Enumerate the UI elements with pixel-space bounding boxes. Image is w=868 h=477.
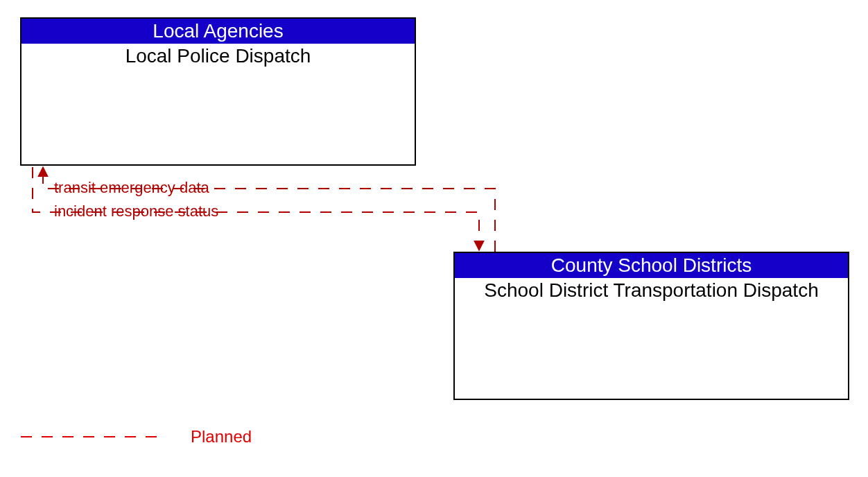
entity-county-school-districts-body: School District Transportation Dispatch [455,278,848,303]
entity-local-agencies-body: Local Police Dispatch [21,44,415,69]
flow-incident-response-status-label: incident response status [54,202,218,220]
entity-local-agencies: Local Agencies Local Police Dispatch [20,17,416,166]
entity-local-agencies-header: Local Agencies [21,19,415,44]
flow-transit-emergency-data-label: transit emergency data [54,179,209,197]
entity-county-school-districts-header: County School Districts [455,253,848,278]
entity-county-school-districts: County School Districts School District … [453,252,849,400]
legend-planned-label: Planned [191,427,252,446]
